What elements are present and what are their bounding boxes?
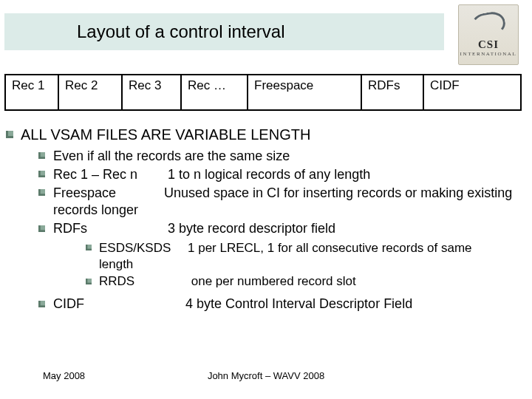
bullet-icon — [38, 171, 45, 177]
recs-label: Rec 1 – Rec n — [53, 166, 164, 183]
svg-rect-3 — [41, 152, 45, 157]
title-bar: Layout of a control interval — [4, 13, 444, 50]
svg-rect-5 — [41, 171, 45, 175]
footer-author: John Mycroft – WAVV 2008 — [0, 370, 532, 381]
sub-freespace: FreespaceUnused space in CI for insertin… — [21, 185, 532, 219]
rrds-desc: one per numbered record slot — [191, 274, 356, 288]
bullet-icon — [86, 279, 92, 284]
svg-rect-7 — [41, 189, 45, 194]
sub-cidf: CIDF 4 byte Control Interval Descriptor … — [21, 296, 532, 313]
logo-line1: CSI — [478, 39, 499, 50]
ci-cell-rec3: Rec 3 — [122, 75, 181, 110]
sub-rdfs: RDFs 3 byte record descriptor field ESDS… — [21, 220, 532, 290]
control-interval-diagram: Rec 1 Rec 2 Rec 3 Rec … Freespace RDFs C… — [4, 74, 522, 111]
slide: Layout of a control interval CSI INTERNA… — [0, 0, 532, 399]
cidf-desc: 4 byte Control Interval Descriptor Field — [185, 296, 412, 311]
sub-esds: ESDS/KSDS1 per LRECL, 1 for all consecut… — [53, 240, 532, 273]
free-label: Freespace — [53, 185, 164, 202]
svg-rect-15 — [41, 301, 45, 305]
svg-rect-13 — [87, 279, 92, 283]
sub-recs: Rec 1 – Rec n 1 to n logical records of … — [21, 166, 532, 183]
bullet-icon — [38, 301, 45, 307]
heading-text: ALL VSAM FILES ARE VARIABLE LENGTH — [21, 126, 310, 143]
bullet-icon — [86, 245, 92, 250]
sub-even-text: Even if all the records are the same siz… — [53, 149, 290, 163]
bullet-icon — [38, 189, 45, 196]
body: ALL VSAM FILES ARE VARIABLE LENGTH Even … — [0, 126, 532, 316]
logo-swirl-icon — [470, 10, 508, 39]
heading-item: ALL VSAM FILES ARE VARIABLE LENGTH Even … — [6, 126, 532, 313]
ci-cell-cidf: CIDF — [423, 75, 521, 110]
ci-cell-rdfs: RDFs — [361, 75, 423, 110]
recs-desc: 1 to n logical records of any length — [168, 167, 370, 182]
sub-even: Even if all the records are the same siz… — [21, 148, 532, 165]
esds-desc-a: 1 per LRECL, 1 for all consecutive recor… — [188, 241, 472, 255]
ci-cell-rec1: Rec 1 — [5, 75, 58, 110]
logo: CSI INTERNATIONAL — [458, 4, 519, 65]
ci-cell-rec2: Rec 2 — [58, 75, 122, 110]
sub-rrds: RRDS one per numbered record slot — [53, 273, 532, 290]
slide-title: Layout of a control interval — [77, 21, 285, 42]
esds-desc-b: length — [99, 257, 133, 271]
rdfs-desc: 3 byte record descriptor field — [168, 221, 335, 236]
bullet-icon — [38, 152, 45, 159]
ci-cell-recn: Rec … — [181, 75, 248, 110]
esds-label: ESDS/KSDS — [99, 240, 188, 256]
logo-line2: INTERNATIONAL — [460, 51, 517, 57]
ci-cell-freespace: Freespace — [248, 75, 361, 110]
svg-rect-9 — [41, 225, 45, 230]
svg-rect-1 — [8, 131, 13, 136]
bullet-icon — [38, 225, 45, 232]
rdfs-label: RDFs — [53, 220, 164, 237]
cidf-label: CIDF — [53, 296, 182, 313]
rrds-label: RRDS — [99, 273, 188, 290]
bullet-icon — [6, 131, 13, 138]
svg-rect-11 — [87, 245, 92, 249]
